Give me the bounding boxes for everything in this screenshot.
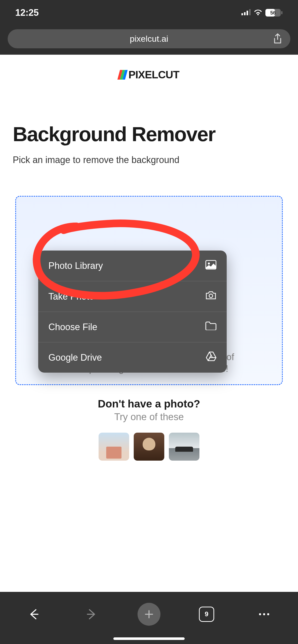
folder-icon xyxy=(205,321,216,332)
svg-point-12 xyxy=(263,613,265,615)
sample-thumb-2[interactable] xyxy=(134,433,164,461)
svg-point-13 xyxy=(267,613,269,615)
sample-section: Don't have a photo? Try one of these xyxy=(0,398,298,461)
action-item-label: Google Drive xyxy=(48,352,102,363)
svg-rect-3 xyxy=(249,9,251,15)
camera-icon xyxy=(205,291,216,302)
photos-icon xyxy=(205,260,216,272)
menu-button[interactable] xyxy=(253,603,276,626)
file-source-action-sheet: Photo Library Take Photo Choose File Goo… xyxy=(38,251,227,373)
sample-thumb-1[interactable] xyxy=(99,433,129,461)
back-button[interactable] xyxy=(22,603,45,626)
url-bar[interactable]: pixelcut.ai xyxy=(8,29,290,48)
wifi-icon xyxy=(254,9,262,16)
svg-rect-6 xyxy=(281,11,282,14)
status-icons: 56 xyxy=(241,9,283,17)
share-icon[interactable] xyxy=(273,33,283,45)
browser-header: pixelcut.ai xyxy=(0,25,298,55)
logo-text: PIXELCUT xyxy=(128,69,179,81)
action-take-photo[interactable]: Take Photo xyxy=(38,281,227,312)
svg-rect-0 xyxy=(241,13,243,15)
svg-rect-1 xyxy=(244,12,246,15)
sample-thumb-3[interactable] xyxy=(169,433,199,461)
status-time: 12:25 xyxy=(15,7,39,18)
home-indicator[interactable] xyxy=(113,637,185,640)
cellular-icon xyxy=(241,9,251,16)
sample-title: Don't have a photo? xyxy=(0,398,298,410)
action-photo-library[interactable]: Photo Library xyxy=(38,251,227,281)
sample-subtitle: Try one of these xyxy=(0,412,298,422)
action-item-label: Photo Library xyxy=(48,260,103,271)
svg-point-10 xyxy=(209,294,213,298)
svg-text:56: 56 xyxy=(270,10,276,16)
action-item-label: Take Photo xyxy=(48,291,94,302)
svg-rect-2 xyxy=(247,11,248,15)
browser-bottom-nav: 9 xyxy=(0,592,298,644)
tabs-count: 9 xyxy=(199,607,214,622)
url-text: pixelcut.ai xyxy=(130,34,168,44)
drive-icon xyxy=(206,352,216,363)
status-bar: 12:25 56 xyxy=(0,0,298,25)
logo-icon xyxy=(117,70,128,80)
action-choose-file[interactable]: Choose File xyxy=(38,312,227,342)
action-item-label: Choose File xyxy=(48,322,97,332)
battery-icon: 56 xyxy=(265,9,283,17)
svg-point-9 xyxy=(208,262,210,265)
page-title: Background Remover xyxy=(13,124,285,144)
page-subtitle: Pick an image to remove the background xyxy=(13,155,285,165)
tabs-button[interactable]: 9 xyxy=(195,603,218,626)
action-google-drive[interactable]: Google Drive xyxy=(38,342,227,373)
svg-point-11 xyxy=(259,613,261,615)
forward-button[interactable] xyxy=(80,603,103,626)
new-tab-button[interactable] xyxy=(138,603,160,626)
logo[interactable]: PIXELCUT xyxy=(0,55,298,81)
